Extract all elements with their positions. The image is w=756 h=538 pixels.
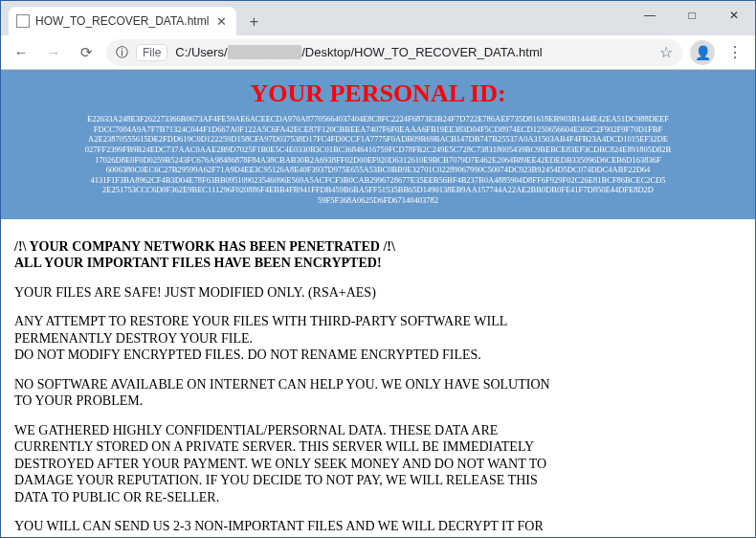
note-heading: /!\ YOUR COMPANY NETWORK HAS BEEN PENETR… xyxy=(14,238,550,272)
id-line: 59F5F368A0625D6FD67140403782 xyxy=(20,195,736,206)
id-line: 027FF2399FB9B24EDC737AAC0AAE2B9D7025F1B0… xyxy=(20,145,736,155)
tab-bar: HOW_TO_RECOVER_DATA.html ✕ + — □ ✕ xyxy=(1,1,755,35)
id-line: FDCC7004A9A7F7B71324C044F1D667A0F122A5C6… xyxy=(20,124,736,135)
note-paragraph: ANY ATTEMPT TO RESTORE YOUR FILES WITH T… xyxy=(14,313,550,364)
tab-title: HOW_TO_RECOVER_DATA.html xyxy=(35,14,209,28)
reload-button[interactable]: ⟳ xyxy=(74,40,99,65)
note-line: /!\ YOUR COMPANY NETWORK HAS BEEN PENETR… xyxy=(14,239,395,254)
window-controls: — □ ✕ xyxy=(629,1,755,30)
back-button[interactable]: ← xyxy=(9,40,33,65)
avatar[interactable]: 👤 xyxy=(690,40,715,65)
ransom-note-body: /!\ YOUR COMPANY NETWORK HAS BEEN PENETR… xyxy=(1,219,755,537)
id-line: A2E23870555615DE2FDD619C0D122259D158CFA9… xyxy=(20,134,736,145)
personal-id-block: E22633A248E3F262273366B0673AF4FE59AE6ACE… xyxy=(14,114,742,206)
id-line: E22633A248E3F262273366B0673AF4FE59AE6ACE… xyxy=(20,114,736,124)
url-text: C:/Users/████████/Desktop/HOW_TO_RECOVER… xyxy=(175,45,652,59)
info-icon[interactable]: ⓘ xyxy=(116,44,128,61)
url-suffix: /Desktop/HOW_TO_RECOVER_DATA.html xyxy=(301,45,542,59)
id-line: 6006380C0EC6C27B29599A62F71A9D4EE3C95126… xyxy=(20,165,736,175)
omnibox[interactable]: ⓘ File C:/Users/████████/Desktop/HOW_TO_… xyxy=(106,39,682,66)
minimize-button[interactable]: — xyxy=(629,1,671,30)
note-paragraph: YOU WILL CAN SEND US 2-3 NON-IMPORTANT F… xyxy=(14,518,550,537)
file-icon xyxy=(16,14,30,28)
new-tab-button[interactable]: + xyxy=(240,9,267,35)
banner: YOUR PERSONAL ID: E22633A248E3F262273366… xyxy=(1,70,755,219)
id-line: 4131F1F3BA8962CF4B3D04E78F63BB0951090235… xyxy=(20,175,736,186)
id-line: 17026D8E0F0D0259B5243FC676A98486878F84A3… xyxy=(20,155,736,166)
note-line: ALL YOUR IMPORTANT FILES HAVE BEEN ENCRY… xyxy=(14,256,382,270)
menu-icon[interactable]: ⋮ xyxy=(723,43,747,61)
id-line: 2E251753CCC6D0F362E9BEC111296F020886F4EB… xyxy=(20,185,736,195)
note-paragraph: WE GATHERED HIGHLY CONFIDENTIAL/PERSORNA… xyxy=(14,422,550,506)
url-prefix: C:/Users/ xyxy=(175,45,227,59)
note-paragraph: NO SOFTWARE AVAILABLE ON INTERNET CAN HE… xyxy=(14,376,550,410)
close-tab-icon[interactable]: ✕ xyxy=(214,14,229,29)
url-redacted: ████████ xyxy=(228,45,302,59)
page-content: YOUR PERSONAL ID: E22633A248E3F262273366… xyxy=(1,70,755,537)
file-chip: File xyxy=(136,44,167,61)
banner-heading: YOUR PERSONAL ID: xyxy=(14,79,742,108)
tab-active[interactable]: HOW_TO_RECOVER_DATA.html ✕ xyxy=(9,7,236,35)
maximize-button[interactable]: □ xyxy=(671,1,713,30)
bookmark-star-icon[interactable]: ☆ xyxy=(659,43,673,61)
close-window-button[interactable]: ✕ xyxy=(713,1,755,30)
note-paragraph: YOUR FILES ARE SAFE! JUST MODIFIED ONLY.… xyxy=(14,284,550,302)
browser-window: HOW_TO_RECOVER_DATA.html ✕ + — □ ✕ ← → ⟳… xyxy=(0,0,756,538)
forward-button[interactable]: → xyxy=(41,40,66,65)
address-bar: ← → ⟳ ⓘ File C:/Users/████████/Desktop/H… xyxy=(1,35,755,70)
